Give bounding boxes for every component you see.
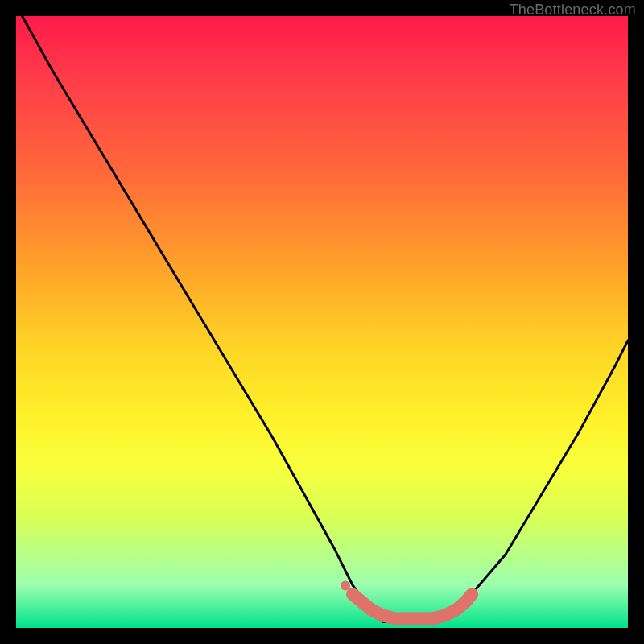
marker-lead-dot (341, 581, 350, 591)
chart-frame (16, 16, 628, 628)
bottleneck-curve-plot (16, 16, 628, 628)
marker-band-path (353, 594, 472, 618)
bottom-marker-band (341, 581, 472, 619)
watermark-text: TheBottleneck.com (510, 2, 636, 19)
curve-line (23, 16, 628, 621)
